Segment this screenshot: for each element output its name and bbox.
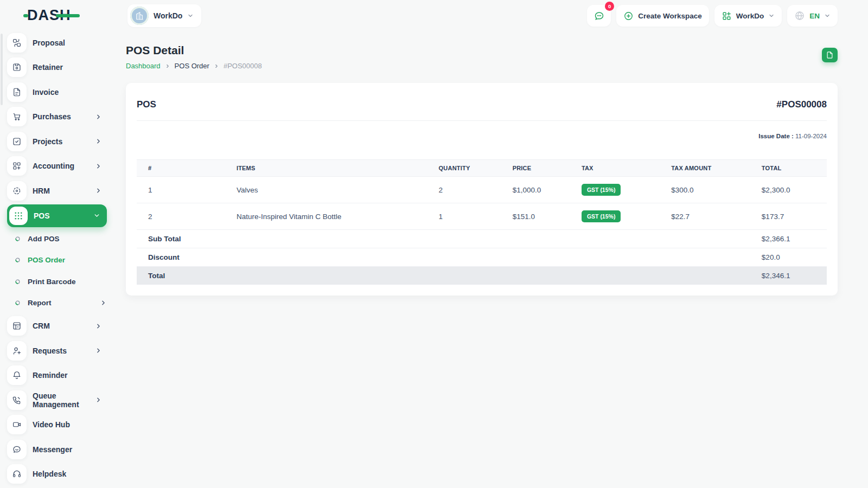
chat-bubble-icon <box>593 10 605 22</box>
messages-count-badge: 0 <box>605 2 614 11</box>
issue-date: Issue Date : 11-09-2024 <box>137 133 827 139</box>
crm-layout-icon <box>7 316 27 336</box>
item-row: 2 Nature-Inspired Vitamin C Bottle 1 $15… <box>137 203 827 230</box>
bullet-icon <box>15 236 21 242</box>
sidebar-subitem-pos-order[interactable]: POS Order <box>15 249 107 271</box>
topbar: WorkDo 0 Create Workspace <box>126 0 838 31</box>
chevron-down-icon <box>824 12 831 19</box>
bullet-icon <box>15 300 21 306</box>
sidebar-subitem-report[interactable]: Report <box>15 292 107 314</box>
column-header: ITEMS <box>228 160 430 177</box>
sidebar-item-purchases[interactable]: Purchases <box>7 105 107 130</box>
export-pos-button[interactable] <box>822 48 838 62</box>
dash-logo[interactable]: DASH <box>27 8 71 23</box>
item-tax-amount: $22.7 <box>662 203 753 230</box>
create-workspace-button[interactable]: Create Workspace <box>616 5 709 27</box>
sidebar-item-video-hub[interactable]: Video Hub <box>7 413 107 438</box>
item-no: 1 <box>137 177 228 203</box>
proposal-swap-icon <box>7 33 27 53</box>
page-header: POS Detail DashboardPOS Order#POS00008 <box>126 44 838 70</box>
sidebar-menu: ProposalRetainerInvoicePurchasesProjects… <box>0 30 119 486</box>
purchases-cart-icon <box>7 107 27 126</box>
sidebar-item-label: Retainer <box>33 63 107 72</box>
breadcrumb-item: #POS00008 <box>224 62 262 70</box>
logo-green-dot-icon <box>23 14 28 17</box>
item-price: $151.0 <box>504 203 573 230</box>
issue-date-label: Issue Date : <box>758 133 795 139</box>
chevron-right-icon <box>95 138 102 145</box>
summary-value: $2,346.1 <box>753 267 827 285</box>
sidebar-item-messenger[interactable]: Messenger <box>7 437 107 462</box>
chevron-right-icon <box>95 187 102 194</box>
sidebar-item-label: Proposal <box>33 38 107 47</box>
summary-value: $2,366.1 <box>753 230 827 248</box>
column-header: PRICE <box>504 160 573 177</box>
sidebar-item-queue-management[interactable]: Queue Management <box>7 388 107 413</box>
sidebar-item-accounting[interactable]: Accounting <box>7 154 107 179</box>
sidebar-subitem-label: Report <box>28 299 100 307</box>
item-tax: GST (15%) <box>573 177 662 203</box>
file-export-icon <box>826 51 834 59</box>
table-header-row: #ITEMSQUANTITYPRICETAXTAX AMOUNTTOTAL <box>137 160 827 177</box>
topbar-right: 0 Create Workspace WorkDo <box>587 5 838 27</box>
sidebar-item-hrm[interactable]: HRM <box>7 178 107 203</box>
chevron-right-icon <box>95 323 102 330</box>
sidebar-item-proposal[interactable]: Proposal <box>7 30 107 55</box>
bullet-icon <box>15 257 21 263</box>
messenger-chat-icon <box>7 440 27 459</box>
breadcrumb-item[interactable]: Dashboard <box>126 62 161 70</box>
sidebar-item-reminder[interactable]: Reminder <box>7 363 107 388</box>
chevron-down-icon <box>93 212 100 219</box>
sidebar-item-label: Invoice <box>33 88 107 97</box>
breadcrumb-separator-icon <box>165 63 170 69</box>
item-tax: GST (15%) <box>573 203 662 230</box>
divider <box>137 120 827 121</box>
sidebar-item-label: Helpdesk <box>33 470 107 478</box>
create-workspace-label: Create Workspace <box>638 12 702 20</box>
sidebar-item-label: Purchases <box>33 112 95 121</box>
sidebar-item-label: Queue Management <box>33 391 95 409</box>
building-icon <box>135 11 144 21</box>
sidebar-item-projects[interactable]: Projects <box>7 129 107 154</box>
item-tax-amount: $300.0 <box>662 177 753 203</box>
sidebar-item-helpdesk[interactable]: Helpdesk <box>7 462 107 487</box>
column-header: TOTAL <box>753 160 827 177</box>
summary-value: $20.0 <box>753 248 827 267</box>
sidebar-item-label: Requests <box>33 346 95 355</box>
messages-button[interactable]: 0 <box>587 5 611 27</box>
workspace-name: WorkDo <box>154 11 182 20</box>
sidebar-item-invoice[interactable]: Invoice <box>7 80 107 105</box>
page-title: POS Detail <box>126 44 262 57</box>
invoice-file-icon <box>7 82 27 102</box>
sidebar-item-label: Projects <box>33 137 95 146</box>
sidebar-item-requests[interactable]: Requests <box>7 338 107 363</box>
column-header: # <box>137 160 228 177</box>
language-selector[interactable]: EN <box>787 5 838 27</box>
items-table: #ITEMSQUANTITYPRICETAXTAX AMOUNTTOTAL 1 … <box>137 159 827 285</box>
sidebar-subitem-print-barcode[interactable]: Print Barcode <box>15 271 107 293</box>
projects-check-icon <box>7 132 27 151</box>
chevron-right-icon <box>95 163 102 170</box>
column-header: TAX AMOUNT <box>662 160 753 177</box>
sidebar-item-pos[interactable]: POS <box>7 204 107 227</box>
sidebar-subitem-add-pos[interactable]: Add POS <box>15 228 107 250</box>
reminder-bell-icon <box>7 365 27 385</box>
sidebar-item-label: Messenger <box>33 445 107 454</box>
sidebar: DASH ProposalRetainerInvoicePurchasesPro… <box>0 0 119 488</box>
queue-phone-icon <box>7 390 27 410</box>
workspace-menu-button[interactable]: WorkDo <box>714 5 782 27</box>
workspace-selector[interactable]: WorkDo <box>127 4 201 27</box>
item-no: 2 <box>137 203 228 230</box>
breadcrumb-item[interactable]: POS Order <box>175 62 209 70</box>
item-name: Valves <box>228 177 430 203</box>
language-label: EN <box>809 12 820 20</box>
chevron-down-icon <box>187 12 194 19</box>
item-total: $173.7 <box>753 203 827 230</box>
item-price: $1,000.0 <box>504 177 573 203</box>
sidebar-item-label: POS <box>34 211 93 220</box>
sidebar-scrollbar[interactable] <box>1 34 3 105</box>
sidebar-item-crm[interactable]: CRM <box>7 314 107 339</box>
sidebar-item-retainer[interactable]: Retainer <box>7 55 107 80</box>
summary-row: Discount $20.0 <box>137 248 827 267</box>
item-quantity: 1 <box>430 203 504 230</box>
